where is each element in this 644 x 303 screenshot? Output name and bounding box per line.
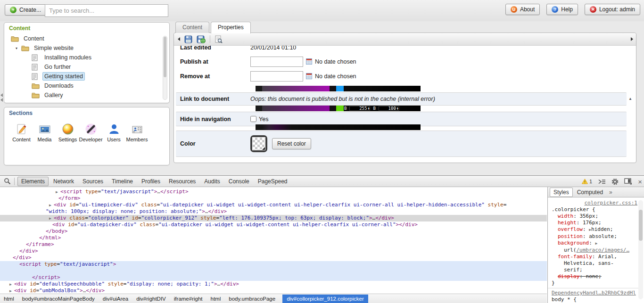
code-line-15[interactable]: ▶<div id="defaultSpeechbubble" style="di… [0,281,547,287]
collapse-left-icon[interactable] [0,93,3,97]
breadcrumb-iframe-right[interactable]: iframe#right [174,296,203,302]
code-line-11[interactable]: </div> [0,254,547,261]
brightness-value-spinner[interactable]: 100 ▲▼ [379,106,399,111]
styles-scrollbar-thumb[interactable] [639,210,643,241]
breadcrumb-div-rightdiv[interactable]: div#rightDIV [136,296,166,302]
devtools-tab-sources[interactable]: Sources [79,177,107,186]
breadcrumb-html[interactable]: html [4,296,14,302]
search-input[interactable] [45,4,168,17]
code-line-9[interactable]: </iframe> [0,241,547,248]
style-line-9[interactable]: font-family: Arial, [552,254,637,260]
devtools-tab-console[interactable]: Console [225,177,253,186]
tree-item-installing-modules[interactable]: Installing modules [4,53,162,62]
close-devtools-icon[interactable]: × [638,178,642,185]
stylesheet-link[interactable]: DependencyHandl…b2RhbC9zdHl [552,290,636,296]
section-item-developer[interactable]: Developer [79,123,102,142]
tree-item-content[interactable]: Content [4,34,162,43]
spinner-arrows-icon[interactable]: ▲▼ [368,107,369,110]
spinner-arrows-icon[interactable]: ▲▼ [397,107,398,110]
tree-item-simple-website[interactable]: ▾Simple website [4,43,162,53]
about-button[interactable]: U About [505,4,540,15]
devtools-tab-audits[interactable]: Audits [200,177,223,186]
devtools-tab-elements[interactable]: Elements [17,177,49,186]
devtools-tab-pagespeed[interactable]: PageSpeed [254,177,291,186]
tree-expander-icon[interactable]: ▾ [16,46,20,50]
tree-item-getting-started[interactable]: Getting started [4,72,162,81]
expander-icon[interactable]: ▶ [595,241,597,246]
style-line-11[interactable]: serif; [552,267,637,273]
breadcrumb-div-uiarea[interactable]: div#uiArea [103,296,128,302]
tree-item-go-further[interactable]: Go further [4,62,162,72]
style-line-4[interactable]: height: 176px; [552,220,637,226]
code-line-16[interactable]: ▶<div id="umbModalBox">…</div> [0,287,547,294]
stylesheet-link[interactable]: colorpicker.css:1 [584,200,637,206]
style-line-12[interactable]: display: none; [552,273,637,280]
publish-at-input[interactable] [250,57,303,67]
hide-in-navigation-checkbox[interactable] [250,116,256,122]
style-line-8[interactable]: url(/umbraco/images/… [552,247,637,254]
toolbar-forward-arrow-icon[interactable] [631,37,633,41]
expander-icon[interactable]: ▶ [49,202,54,209]
code-line-1[interactable]: ▶<script type="text/javascript">…</scrip… [0,188,547,195]
code-line-2[interactable]: </form> [0,195,547,202]
calendar-icon[interactable] [306,58,312,65]
style-line-14[interactable]: DependencyHandl…b2RhbC9zdHl [548,288,641,296]
code-line-12[interactable]: <script type="text/javascript"> [0,261,547,268]
tree-scrollbar-thumb[interactable] [164,37,166,77]
expander-icon[interactable]: ▶ [9,281,14,288]
expander-icon[interactable]: ▶ [56,189,60,196]
devtools-tab-network[interactable]: Network [50,177,78,186]
logout-button[interactable]: ✕ Logout: admin [585,4,640,15]
code-line-13[interactable] [0,268,547,274]
code-line-10[interactable]: </div> [0,248,547,254]
section-item-settings[interactable]: Settings [56,123,79,142]
style-line-10[interactable]: Helvetica, sans- [552,260,637,267]
style-line-13[interactable]: } [552,280,637,287]
section-item-members[interactable]: Members [125,123,149,142]
tree-item-gallery[interactable]: Gallery [4,90,162,100]
stylesheet-link[interactable]: /umbraco/images/… [577,247,630,253]
breadcrumb-div-collorpicker-912-colorpicker[interactable]: div#collorpicker_912.colorpicker [282,295,368,303]
preview-icon[interactable] [215,35,223,43]
code-line-14[interactable]: </script> [0,274,547,281]
code-line-3[interactable]: ▶<div id="ui-timepicker-div" class="ui-d… [0,202,547,208]
style-line-1[interactable]: colorpicker.css:1 [552,200,637,206]
create-button[interactable]: + Create... [5,4,46,16]
reset-color-button[interactable]: Reset color [272,138,311,149]
style-line-3[interactable]: width: 356px; [552,213,637,220]
devtools-tab-profiles[interactable]: Profiles [138,177,164,186]
calendar-icon[interactable] [306,73,312,79]
style-line-7[interactable]: background: ▶ [552,240,637,247]
styles-scrollbar[interactable] [638,200,643,299]
style-line-5[interactable]: overflow: ▶hidden; [552,226,637,233]
sidebar-splitter[interactable] [0,21,3,175]
warnings-indicator[interactable]: 1 [582,179,592,184]
style-line-6[interactable]: position: absolute; [552,233,637,240]
save-and-publish-icon[interactable] [197,35,206,43]
styles-tab-styles[interactable]: Styles [550,188,573,197]
blue-value-spinner[interactable]: 255 ▲▼ [349,106,370,111]
devtools-tab-timeline[interactable]: Timeline [108,177,137,186]
code-line-6[interactable]: <div id="ui-datepicker-div" class="ui-da… [0,221,547,228]
breadcrumb-html[interactable]: html [211,296,221,302]
color-swatch[interactable] [250,135,267,152]
section-item-content[interactable]: Content [10,123,33,142]
code-line-5[interactable]: ▶<div class="colorpicker" id="collorpick… [0,215,547,221]
section-item-media[interactable]: Media [33,123,56,142]
tab-properties[interactable]: Properties [211,22,251,33]
code-line-4[interactable]: "width: 100px; display: none; position: … [0,208,547,215]
breadcrumb-body-umbracomainpagebody[interactable]: body#umbracoMainPageBody [22,296,95,302]
tree-item-downloads[interactable]: Downloads [4,81,162,90]
code-line-8[interactable]: </html> [0,235,547,241]
tree-scrollbar[interactable] [163,36,167,100]
toolbar-back-arrow-icon[interactable] [178,37,180,41]
inspect-magnifier-icon[interactable] [0,178,14,185]
dock-side-icon[interactable] [624,178,632,185]
style-line-15[interactable]: body * { [552,296,637,303]
collapse-left-icon[interactable] [0,98,3,102]
devtools-tab-resources[interactable]: Resources [165,177,199,186]
remove-at-input[interactable] [250,71,303,82]
section-item-users[interactable]: Users [102,123,125,142]
tab-content[interactable]: Content [175,22,209,33]
expander-icon[interactable]: ▶ [49,215,54,222]
